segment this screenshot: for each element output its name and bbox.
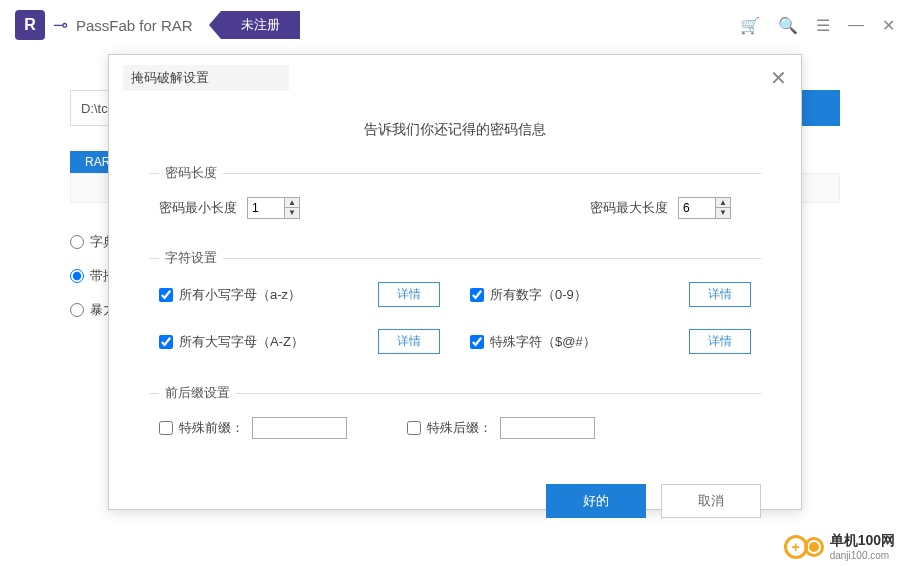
length-legend: 密码长度 (159, 164, 223, 182)
affix-legend: 前后缀设置 (159, 384, 236, 402)
key-icon: ⊸ (53, 14, 68, 36)
watermark-logo-icon: + (784, 535, 824, 559)
dialog-subtitle: 告诉我们你还记得的密码信息 (149, 121, 761, 139)
lowercase-detail-button[interactable]: 详情 (378, 282, 440, 307)
app-logo: R (15, 10, 45, 40)
min-length-item: 密码最小长度 ▲▼ (159, 197, 300, 219)
titlebar-left: R ⊸ PassFab for RAR 未注册 (15, 10, 300, 40)
special-row: 特殊字符（$@#） 详情 (470, 329, 751, 354)
titlebar-controls: 🛒 🔍 ☰ — ✕ (740, 16, 895, 35)
uppercase-row: 所有大写字母（A-Z） 详情 (159, 329, 440, 354)
cancel-button[interactable]: 取消 (661, 484, 761, 518)
digits-row: 所有数字（0-9） 详情 (470, 282, 751, 307)
watermark: + 单机100网 danji100.com (784, 532, 895, 561)
dialog-header: 掩码破解设置 ✕ (109, 55, 801, 101)
prefix-item: 特殊前缀： (159, 417, 347, 439)
ok-button[interactable]: 好的 (546, 484, 646, 518)
mask-settings-dialog: 掩码破解设置 ✕ 告诉我们你还记得的密码信息 密码长度 密码最小长度 ▲▼ 密码… (108, 54, 802, 510)
max-length-input[interactable] (678, 197, 716, 219)
close-icon[interactable]: ✕ (882, 16, 895, 35)
lowercase-checkbox[interactable]: 所有小写字母（a-z） (159, 286, 301, 304)
max-length-label: 密码最大长度 (590, 199, 668, 217)
titlebar: R ⊸ PassFab for RAR 未注册 🛒 🔍 ☰ — ✕ (0, 0, 910, 50)
minimize-icon[interactable]: — (848, 16, 864, 34)
search-icon[interactable]: 🔍 (778, 16, 798, 35)
suffix-item: 特殊后缀： (407, 417, 595, 439)
watermark-url: danji100.com (830, 550, 895, 561)
max-length-spinner[interactable]: ▲▼ (678, 197, 731, 219)
affix-group: 前后缀设置 特殊前缀： 特殊后缀： (149, 384, 761, 459)
suffix-input[interactable] (500, 417, 595, 439)
max-length-item: 密码最大长度 ▲▼ (590, 197, 731, 219)
close-icon[interactable]: ✕ (770, 68, 787, 88)
special-detail-button[interactable]: 详情 (689, 329, 751, 354)
app-title: PassFab for RAR (76, 17, 193, 34)
min-length-label: 密码最小长度 (159, 199, 237, 217)
password-length-group: 密码长度 密码最小长度 ▲▼ 密码最大长度 ▲▼ (149, 164, 761, 239)
dialog-title: 掩码破解设置 (123, 65, 289, 91)
charset-group: 字符设置 所有小写字母（a-z） 详情 所有数字（0-9） 详情 所有大写字母（… (149, 249, 761, 374)
spin-down-icon[interactable]: ▼ (285, 208, 299, 218)
cart-icon[interactable]: 🛒 (740, 16, 760, 35)
uppercase-detail-button[interactable]: 详情 (378, 329, 440, 354)
dialog-footer: 好的 取消 (109, 469, 801, 538)
spin-down-icon[interactable]: ▼ (716, 208, 730, 218)
dialog-body: 告诉我们你还记得的密码信息 密码长度 密码最小长度 ▲▼ 密码最大长度 ▲▼ (109, 101, 801, 469)
charset-legend: 字符设置 (159, 249, 223, 267)
browse-button[interactable] (800, 90, 840, 126)
menu-icon[interactable]: ☰ (816, 16, 830, 35)
min-length-spinner[interactable]: ▲▼ (247, 197, 300, 219)
prefix-input[interactable] (252, 417, 347, 439)
prefix-checkbox[interactable]: 特殊前缀： (159, 419, 244, 437)
lowercase-row: 所有小写字母（a-z） 详情 (159, 282, 440, 307)
suffix-checkbox[interactable]: 特殊后缀： (407, 419, 492, 437)
watermark-name: 单机100网 (830, 532, 895, 550)
uppercase-checkbox[interactable]: 所有大写字母（A-Z） (159, 333, 304, 351)
digits-detail-button[interactable]: 详情 (689, 282, 751, 307)
spin-up-icon[interactable]: ▲ (716, 198, 730, 208)
spin-up-icon[interactable]: ▲ (285, 198, 299, 208)
special-checkbox[interactable]: 特殊字符（$@#） (470, 333, 596, 351)
min-length-input[interactable] (247, 197, 285, 219)
unregistered-badge[interactable]: 未注册 (221, 11, 300, 39)
digits-checkbox[interactable]: 所有数字（0-9） (470, 286, 587, 304)
